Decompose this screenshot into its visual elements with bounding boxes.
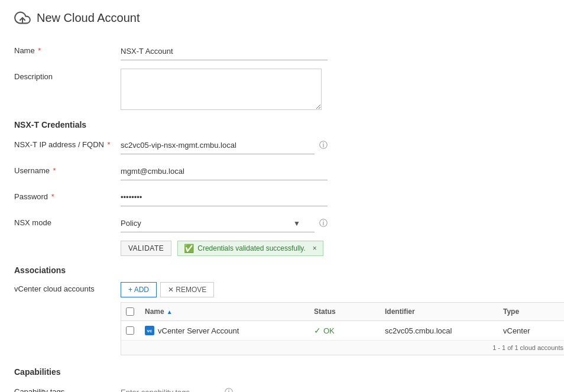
nsx-mode-select-wrapper: Policy Manager ▼ bbox=[121, 215, 315, 232]
username-field-wrapper bbox=[121, 163, 328, 180]
success-message-badge: ✅ Credentials validated successfully. × bbox=[177, 241, 323, 256]
password-label: Password * bbox=[14, 189, 121, 201]
nsx-credentials-heading: NSX-T Credentials bbox=[14, 120, 550, 129]
nsx-mode-row: NSX mode Policy Manager ▼ ⓘ bbox=[14, 215, 550, 232]
username-row: Username * bbox=[14, 163, 550, 180]
ip-input[interactable] bbox=[121, 137, 315, 154]
add-button[interactable]: + ADD bbox=[121, 282, 157, 297]
row-type-cell: vCenter bbox=[498, 326, 564, 335]
close-success-icon[interactable]: × bbox=[313, 244, 317, 252]
name-input[interactable] bbox=[121, 43, 328, 60]
capability-tags-label: Capability tags bbox=[14, 384, 121, 392]
page-header: New Cloud Account bbox=[14, 9, 550, 31]
status-column-header: Status bbox=[309, 307, 380, 316]
ip-row: NSX-T IP address / FQDN * ⓘ bbox=[14, 137, 550, 154]
table-row: vc vCenter Server Account ✓ OK sc2vc05.c… bbox=[121, 321, 564, 341]
remove-button[interactable]: ✕ REMOVE bbox=[160, 282, 214, 297]
capabilities-heading: Capabilities bbox=[14, 367, 550, 377]
nsx-mode-select[interactable]: Policy Manager bbox=[121, 215, 315, 232]
vcenter-table: Name ▲ Status Identifier Type vc vCenter… bbox=[121, 302, 564, 355]
identifier-column-header: Identifier bbox=[380, 307, 498, 316]
ip-label: NSX-T IP address / FQDN * bbox=[14, 137, 121, 149]
assoc-buttons: + ADD ✕ REMOVE bbox=[121, 282, 564, 297]
associations-heading: Associations bbox=[14, 265, 550, 275]
name-row: Name * bbox=[14, 43, 550, 60]
select-all-checkbox[interactable] bbox=[126, 307, 134, 316]
ip-field-wrapper: ⓘ bbox=[121, 137, 328, 154]
row-checkbox-cell bbox=[121, 326, 140, 335]
type-column-header: Type bbox=[498, 307, 564, 316]
checkbox-header-cell bbox=[121, 307, 140, 316]
ok-check-icon: ✓ bbox=[314, 326, 321, 335]
description-textarea[interactable] bbox=[121, 69, 322, 110]
password-field-wrapper bbox=[121, 189, 328, 206]
vcenter-controls: + ADD ✕ REMOVE Name ▲ Status Identifier … bbox=[121, 282, 564, 355]
row-name-cell: vc vCenter Server Account bbox=[140, 326, 309, 335]
vcenter-icon: vc bbox=[145, 326, 154, 335]
name-column-header: Name ▲ bbox=[140, 307, 309, 316]
check-circle-icon: ✅ bbox=[184, 244, 194, 253]
vcenter-accounts-row: vCenter cloud accounts + ADD ✕ REMOVE Na… bbox=[14, 282, 550, 355]
name-field-wrapper bbox=[121, 43, 328, 60]
row-checkbox[interactable] bbox=[126, 326, 134, 335]
table-footer: 1 - 1 of 1 cloud accounts bbox=[121, 341, 564, 355]
username-label: Username * bbox=[14, 163, 121, 175]
description-label: Description bbox=[14, 69, 121, 81]
row-identifier-cell: sc2vc05.cmbu.local bbox=[380, 326, 498, 335]
description-field-wrapper bbox=[121, 69, 328, 112]
validate-row: VALIDATE ✅ Credentials validated success… bbox=[121, 241, 550, 256]
capability-input-wrapper: ⓘ bbox=[121, 384, 233, 392]
password-input[interactable] bbox=[121, 189, 328, 206]
page-title: New Cloud Account bbox=[37, 11, 140, 25]
password-row: Password * bbox=[14, 189, 550, 206]
row-status-cell: ✓ OK bbox=[309, 326, 380, 335]
validate-button[interactable]: VALIDATE bbox=[121, 241, 171, 256]
nsx-mode-info-icon[interactable]: ⓘ bbox=[319, 218, 328, 229]
cloud-sync-icon bbox=[14, 9, 31, 26]
vcenter-accounts-label: vCenter cloud accounts bbox=[14, 282, 121, 293]
new-cloud-account-page: New Cloud Account Name * Description NSX… bbox=[0, 0, 564, 392]
sort-asc-icon: ▲ bbox=[167, 309, 173, 315]
nsx-mode-wrapper: Policy Manager ▼ ⓘ bbox=[121, 215, 328, 232]
capability-tags-row: Capability tags ⓘ bbox=[14, 384, 550, 392]
success-message-text: Credentials validated successfully. bbox=[197, 244, 306, 252]
description-row: Description bbox=[14, 69, 550, 112]
ip-info-icon[interactable]: ⓘ bbox=[319, 140, 328, 151]
nsx-mode-label: NSX mode bbox=[14, 215, 121, 227]
capability-tags-input[interactable] bbox=[121, 384, 220, 392]
name-label: Name * bbox=[14, 43, 121, 55]
username-input[interactable] bbox=[121, 163, 328, 180]
table-header: Name ▲ Status Identifier Type bbox=[121, 303, 564, 321]
cap-tags-info-icon[interactable]: ⓘ bbox=[225, 387, 233, 392]
